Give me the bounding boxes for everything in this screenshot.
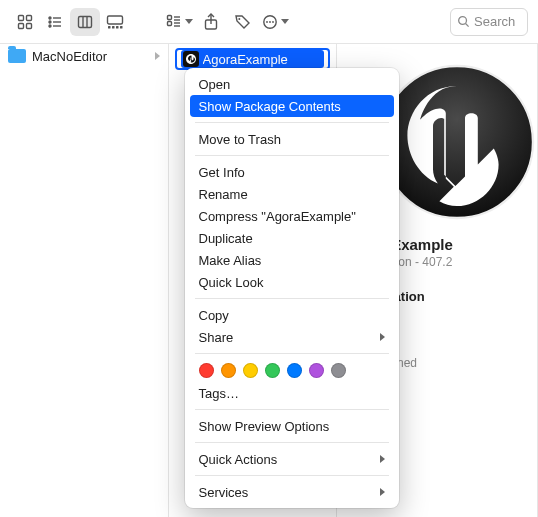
ctx-quick-look[interactable]: Quick Look: [185, 271, 399, 293]
svg-rect-0: [19, 15, 24, 20]
chevron-down-icon: [185, 19, 193, 24]
selected-app-item[interactable]: AgoraExample: [175, 48, 331, 70]
context-menu: Open Show Package Contents Move to Trash…: [185, 68, 399, 508]
folder-label: MacNoEditor: [32, 49, 107, 64]
ctx-show-preview-options[interactable]: Show Preview Options: [185, 415, 399, 437]
ctx-separator: [195, 298, 389, 299]
tag-gray[interactable]: [331, 363, 346, 378]
view-list-button[interactable]: [40, 8, 70, 36]
group-by-button[interactable]: [164, 8, 194, 36]
svg-line-31: [466, 24, 469, 27]
tag-purple[interactable]: [309, 363, 324, 378]
svg-rect-10: [79, 16, 92, 27]
more-button[interactable]: [260, 8, 290, 36]
selected-app-label: AgoraExample: [203, 52, 288, 67]
view-columns-button[interactable]: [70, 8, 100, 36]
chevron-right-icon: [380, 455, 385, 463]
ctx-separator: [195, 409, 389, 410]
tag-orange[interactable]: [221, 363, 236, 378]
svg-rect-13: [108, 16, 123, 24]
ctx-separator: [195, 122, 389, 123]
view-icons-button[interactable]: [10, 8, 40, 36]
chevron-right-icon: [380, 333, 385, 341]
ctx-tag-colors: [185, 359, 399, 382]
svg-rect-18: [167, 15, 171, 19]
ctx-tags[interactable]: Tags…: [185, 382, 399, 404]
ctx-share[interactable]: Share: [185, 326, 399, 348]
tags-button[interactable]: [228, 8, 258, 36]
svg-rect-19: [167, 21, 171, 25]
svg-rect-15: [112, 26, 115, 29]
svg-rect-17: [120, 26, 123, 29]
ctx-duplicate[interactable]: Duplicate: [185, 227, 399, 249]
folder-icon: [8, 49, 26, 63]
ctx-copy[interactable]: Copy: [185, 304, 399, 326]
ctx-compress[interactable]: Compress "AgoraExample": [185, 205, 399, 227]
svg-rect-14: [108, 26, 111, 29]
svg-point-30: [459, 17, 467, 25]
tag-yellow[interactable]: [243, 363, 258, 378]
unreal-engine-icon: [183, 51, 199, 67]
svg-point-29: [272, 21, 274, 23]
svg-point-28: [269, 21, 271, 23]
ctx-separator: [195, 353, 389, 354]
chevron-right-icon: [155, 52, 160, 60]
svg-point-27: [266, 21, 268, 23]
svg-point-8: [49, 25, 51, 27]
svg-rect-16: [116, 26, 119, 29]
column-2: AgoraExample Open Show Package Contents …: [169, 44, 338, 517]
ctx-move-to-trash[interactable]: Move to Trash: [185, 128, 399, 150]
ctx-quick-actions[interactable]: Quick Actions: [185, 448, 399, 470]
svg-rect-1: [27, 15, 32, 20]
folder-row-macnoeditor[interactable]: MacNoEditor: [0, 44, 168, 68]
search-icon: [457, 15, 470, 28]
ctx-make-alias[interactable]: Make Alias: [185, 249, 399, 271]
chevron-down-icon: [281, 19, 289, 24]
ctx-separator: [195, 442, 389, 443]
svg-rect-3: [27, 23, 32, 28]
ctx-show-package-contents[interactable]: Show Package Contents: [190, 95, 394, 117]
ctx-separator: [195, 155, 389, 156]
view-mode-group: [10, 8, 130, 36]
ctx-get-info[interactable]: Get Info: [185, 161, 399, 183]
tag-green[interactable]: [265, 363, 280, 378]
ctx-open[interactable]: Open: [185, 73, 399, 95]
ctx-rename[interactable]: Rename: [185, 183, 399, 205]
chevron-right-icon: [380, 488, 385, 496]
svg-point-4: [49, 17, 51, 19]
tag-blue[interactable]: [287, 363, 302, 378]
svg-point-25: [238, 18, 240, 20]
search-placeholder: Search: [474, 14, 515, 29]
ctx-services[interactable]: Services: [185, 481, 399, 503]
toolbar: Search: [0, 0, 538, 44]
app-large-icon: [377, 62, 537, 222]
svg-point-6: [49, 21, 51, 23]
ctx-separator: [195, 475, 389, 476]
column-1: MacNoEditor: [0, 44, 169, 517]
share-button[interactable]: [196, 8, 226, 36]
svg-rect-2: [19, 23, 24, 28]
search-field[interactable]: Search: [450, 8, 528, 36]
view-gallery-button[interactable]: [100, 8, 130, 36]
columns-view: MacNoEditor AgoraExample Open Show Packa…: [0, 44, 538, 517]
tag-red[interactable]: [199, 363, 214, 378]
